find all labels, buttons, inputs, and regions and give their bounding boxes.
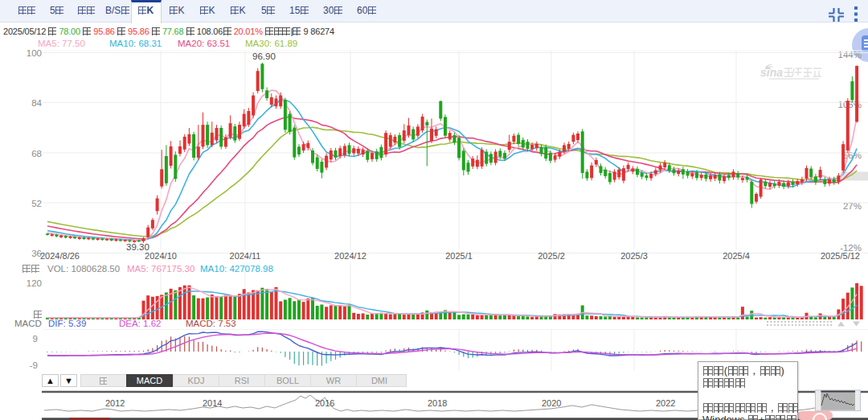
svg-text:sina: sina [760, 66, 783, 79]
